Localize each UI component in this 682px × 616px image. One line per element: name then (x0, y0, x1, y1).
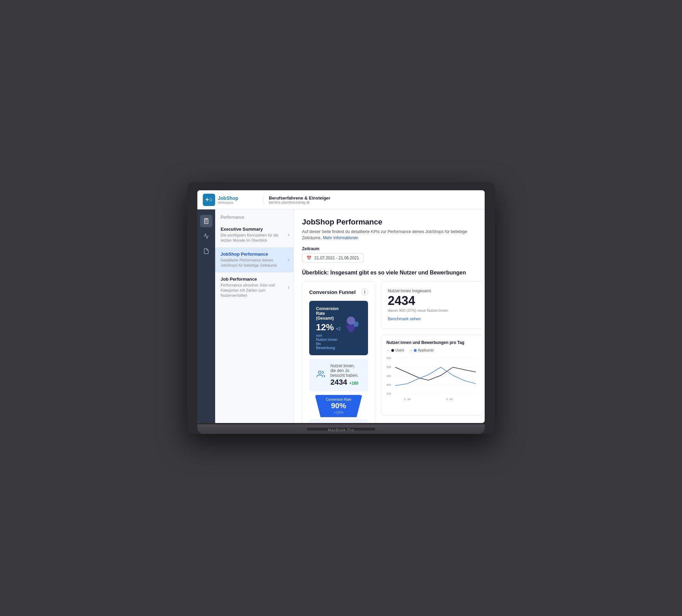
svg-text:300: 300 (386, 374, 391, 377)
page-title: JobShop Performance (302, 218, 476, 227)
funnel-card-title: Conversion Funnel (309, 289, 356, 295)
step1-count: 2434 (330, 378, 347, 387)
legend-users: → Users (386, 348, 404, 352)
date-range-value: 21.07.2021 - 21.06.2021 (314, 256, 359, 260)
arrow1-rate: 90% (326, 401, 351, 410)
svg-point-5 (318, 371, 321, 374)
users-icon (316, 370, 326, 380)
app-header: +○ JobShop Workspace Berufserfahrene & E… (197, 190, 485, 209)
sidebar-item-jobshop-performance[interactable]: JobShop Performance Detaillierte Perform… (215, 247, 293, 272)
logo-area: +○ JobShop Workspace (203, 194, 258, 206)
conversion-funnel-card: Conversion Funnel ℹ Conversion Rate (Ges… (302, 281, 375, 423)
svg-text:200: 200 (386, 383, 391, 386)
nav-item-title-jobshop: JobShop Performance (221, 252, 288, 257)
chevron-right-icon: › (288, 232, 289, 237)
chart-legend: → Users → Applicants (386, 348, 477, 352)
card-title-area: Conversion Funnel ℹ (309, 288, 368, 295)
chart-title: Nutzer:innen und Bewerbungen pro Tag (386, 340, 477, 345)
org-name: Berufserfahrene & Einsteiger (269, 195, 330, 201)
nav-sidebar: Performance Executive Summary Die wichti… (215, 209, 294, 423)
right-column: Nutzer:innen insgesamt 2434 davon 900 (3… (381, 281, 483, 423)
conversion-rate-sub: von Nutzer:innen bis Bewerbung (316, 333, 341, 350)
funnel-step-2: Nutzer:innen, die sich einen Job angesch… (309, 419, 368, 423)
conversion-rate-change: +2 (336, 326, 341, 331)
chevron-right-icon-jobshop: › (288, 257, 289, 262)
info-icon[interactable]: ℹ (361, 288, 368, 295)
sidebar-icon-document[interactable] (200, 245, 212, 257)
nutzer-card-title: Nutzer:innen insgesamt (388, 288, 476, 293)
step1-change: +160 (349, 381, 358, 386)
nav-item-desc-executive: Die wichtigsten Kennzahlen für die letzt… (221, 233, 288, 243)
nav-item-title-job: Job Performance (221, 277, 288, 282)
nav-item-desc-jobshop: Detaillierte Performance deines JobShops… (221, 258, 288, 268)
org-info: Berufserfahrene & Einsteiger karriere.ol… (263, 195, 330, 204)
step1-label: Nutzer:innen, die den Jo besucht haben. (330, 363, 361, 378)
legend-applicants-label: Applicants (418, 348, 434, 352)
logo-text: JobShop Workspace (218, 195, 238, 204)
chevron-right-icon-job: › (288, 285, 289, 290)
nutzer-sub: davon 900 (37%) neue Nutzer:innen (388, 308, 476, 312)
legend-applicants: → Applicants (409, 348, 434, 352)
main-content: JobShop Performance Auf dieser Seite fin… (294, 209, 485, 423)
page-desc: Auf dieser Seite findest du detaillierte… (302, 229, 476, 241)
sidebar-item-executive-summary[interactable]: Executive Summary Die wichtigsten Kennza… (215, 222, 293, 247)
conversion-rate-box: Conversion Rate (Gesamt) 12% +2 von Nutz… (309, 301, 368, 355)
nutzer-count: 2434 (388, 295, 476, 307)
macbook-label: MacBook Pro (328, 428, 354, 432)
arrow1-label: Conversion Rate (326, 398, 351, 401)
svg-text:100: 100 (386, 392, 391, 395)
chart-area: 500 400 300 200 100 (386, 355, 477, 410)
svg-text:2. Jul: 2. Jul (404, 398, 411, 401)
legend-dot-applicants (414, 349, 417, 352)
calendar-icon: 📅 (306, 256, 312, 260)
chart-card: Nutzer:innen und Bewerbungen pro Tag → U… (381, 334, 483, 415)
logo-sub: Workspace (218, 201, 238, 204)
nav-section-label: Performance (215, 209, 293, 222)
sidebar-icon-chart[interactable] (200, 230, 212, 242)
nutzer-stat-card: Nutzer:innen insgesamt 2434 davon 900 (3… (381, 281, 483, 329)
svg-text:4. Jul: 4. Jul (446, 398, 453, 401)
conversion-rate-value: 12% (316, 322, 334, 333)
logo-name: JobShop (218, 195, 238, 201)
conversion-rate-label: Conversion Rate (Gesamt) (316, 306, 341, 321)
svg-rect-0 (206, 219, 207, 220)
icon-sidebar (197, 209, 215, 423)
benchmark-link[interactable]: Benchmark sehen (388, 317, 421, 321)
logo-icon: +○ (203, 194, 215, 206)
nav-item-desc-job: Performance einzelner Jobs und Kategorie… (221, 283, 288, 298)
sidebar-icon-clipboard[interactable] (200, 215, 212, 227)
arrow1-change: +10% (326, 410, 351, 414)
funnel-figure (341, 316, 361, 341)
overview-title: Überblick: Insgesamt gibt es so viele Nu… (302, 270, 476, 276)
legend-dot-users (391, 349, 394, 352)
funnel-arrow-1: Conversion Rate 90% +10% (309, 395, 368, 417)
funnel-step-1: Nutzer:innen, die den Jo besucht haben. … (309, 359, 368, 392)
legend-users-label: Users (395, 348, 404, 352)
zeitraum-label: Zeitraum (302, 246, 476, 251)
org-url: karriere.olsenbreunerag.de (269, 201, 330, 204)
svg-text:500: 500 (386, 357, 391, 360)
nav-item-title-executive: Executive Summary (221, 227, 288, 232)
svg-point-4 (353, 321, 359, 327)
dashboard-grid: Conversion Funnel ℹ Conversion Rate (Ges… (302, 281, 476, 423)
date-picker-button[interactable]: 📅 21.07.2021 - 21.06.2021 (302, 253, 364, 263)
app-body: Performance Executive Summary Die wichti… (197, 209, 485, 423)
svg-text:400: 400 (386, 365, 391, 369)
sidebar-item-job-performance[interactable]: Job Performance Performance einzelner Jo… (215, 272, 293, 303)
mehr-info-link[interactable]: Mehr Informationen (323, 235, 358, 240)
